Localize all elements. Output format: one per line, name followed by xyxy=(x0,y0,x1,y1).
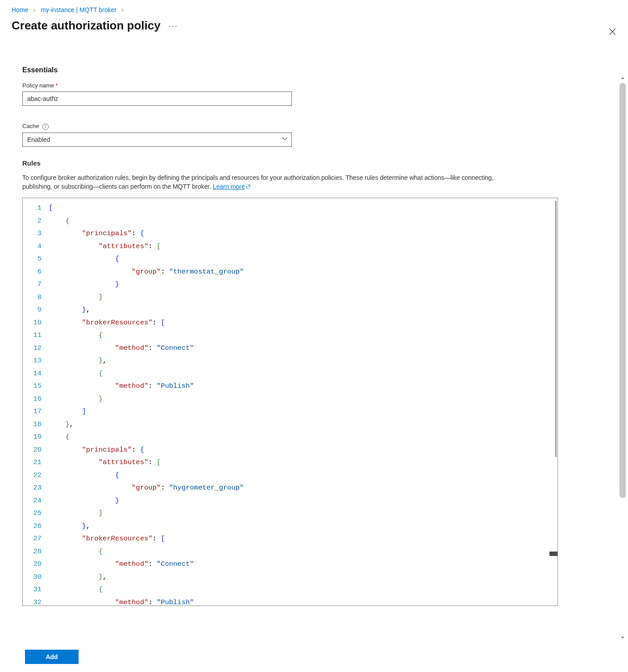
editor-gutter: 1234567891011121314151617181920212223242… xyxy=(23,198,49,606)
scrollbar-thumb[interactable] xyxy=(620,83,626,498)
page-root: Home my-instance | MQTT broker Create au… xyxy=(0,0,628,672)
cache-select-wrap: Enabled xyxy=(22,133,292,147)
close-icon xyxy=(608,28,616,36)
footer: Add xyxy=(25,650,79,664)
policy-name-input[interactable] xyxy=(22,91,292,106)
learn-more-link[interactable]: Learn more xyxy=(213,183,251,190)
cache-label-text: Cache xyxy=(22,123,39,129)
scroll-down-icon[interactable] xyxy=(618,635,627,643)
add-button[interactable]: Add xyxy=(25,650,79,664)
title-bar: Create authorization policy ··· xyxy=(0,16,628,40)
rules-json-editor[interactable]: 1234567891011121314151617181920212223242… xyxy=(22,198,558,606)
chevron-right-icon xyxy=(33,8,36,13)
close-button[interactable] xyxy=(608,28,616,37)
rules-description-text: To configure broker authorization rules,… xyxy=(22,174,494,190)
cache-label: Cache i xyxy=(22,123,606,130)
form-scroll-area: Essentials Policy name * Cache i Enabled… xyxy=(0,54,628,643)
editor-minimap-handle[interactable] xyxy=(549,552,557,556)
breadcrumb-instance[interactable]: my-instance | MQTT broker xyxy=(41,6,116,13)
rules-description: To configure broker authorization rules,… xyxy=(22,173,522,192)
form-inner: Essentials Policy name * Cache i Enabled… xyxy=(0,54,628,643)
external-link-icon xyxy=(245,183,251,191)
breadcrumb-home[interactable]: Home xyxy=(12,6,28,13)
policy-name-label: Policy name * xyxy=(22,82,606,89)
cache-select[interactable]: Enabled xyxy=(22,133,292,147)
editor-minimap[interactable] xyxy=(555,201,557,457)
rules-heading: Rules xyxy=(22,159,606,167)
scroll-up-icon[interactable] xyxy=(618,76,627,83)
more-button[interactable]: ··· xyxy=(169,21,178,31)
breadcrumb: Home my-instance | MQTT broker xyxy=(0,0,628,16)
chevron-right-icon xyxy=(121,8,125,13)
essentials-heading: Essentials xyxy=(22,66,606,74)
page-title: Create authorization policy xyxy=(12,19,161,33)
vertical-scrollbar[interactable] xyxy=(618,76,627,643)
info-icon[interactable]: i xyxy=(42,124,49,130)
required-asterisk: * xyxy=(55,82,58,89)
policy-name-label-text: Policy name xyxy=(22,82,54,89)
editor-code[interactable]: [ { "principals": { "attributes": [ { "g… xyxy=(49,198,551,606)
